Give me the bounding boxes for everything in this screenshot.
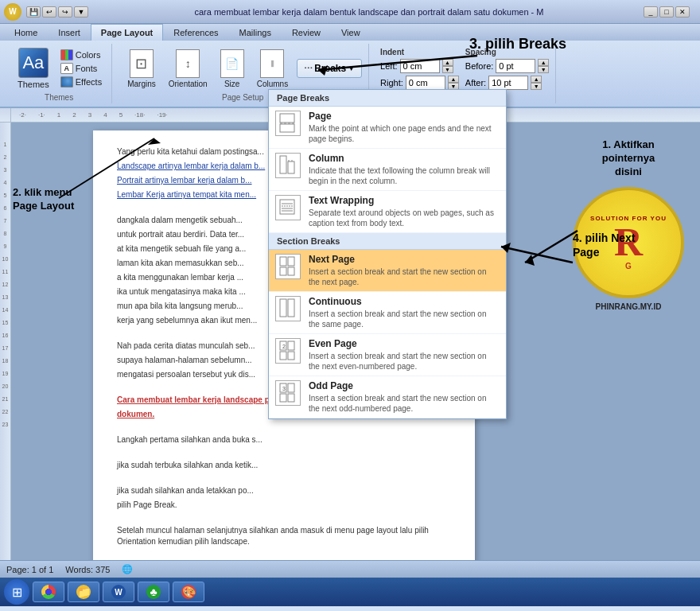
- close-btn[interactable]: ✕: [675, 6, 690, 18]
- themes-icon: Aa: [18, 48, 49, 78]
- spacing-before-spinner[interactable]: ▲ ▼: [538, 59, 549, 73]
- right-panel: 1. Aktifkanpointernyadisini SOLUTION FOR…: [557, 123, 700, 560]
- columns-label: Columns: [257, 80, 288, 88]
- breaks-button[interactable]: ⋯ Breaks ▼: [297, 59, 362, 78]
- minimize-btn[interactable]: _: [644, 6, 658, 18]
- undo-btn[interactable]: ↩: [42, 6, 56, 18]
- spacing-after-up[interactable]: ▲: [531, 76, 542, 83]
- menu-item-column-text: Column Indicate that the text following …: [309, 153, 500, 186]
- themes-button[interactable]: Aa Themes: [13, 45, 54, 91]
- svg-rect-16: [288, 267, 294, 275]
- ruler-mark: 1: [57, 111, 60, 119]
- tab-view[interactable]: View: [331, 24, 371, 41]
- ruler-mark: 2: [72, 111, 76, 119]
- menu-item-continuous-desc: Insert a section break and start the new…: [309, 309, 500, 329]
- indent-right-up[interactable]: ▲: [448, 76, 459, 83]
- menu-item-odd-page[interactable]: 3 Odd Page Insert a section break and st…: [269, 376, 506, 418]
- effects-button[interactable]: Effects: [57, 76, 105, 88]
- indent-right-input[interactable]: [406, 76, 445, 90]
- svg-rect-2: [280, 114, 294, 123]
- doc-line-19: pilih Page Break.: [117, 500, 451, 511]
- indent-label: Indent: [380, 48, 459, 56]
- dropdown-btn[interactable]: ▼: [74, 6, 88, 18]
- tab-references[interactable]: References: [163, 24, 228, 41]
- fonts-button[interactable]: A Fonts: [57, 62, 105, 75]
- indent-left-down[interactable]: ▼: [442, 66, 453, 73]
- taskbar-word[interactable]: W: [103, 582, 134, 602]
- svg-rect-3: [280, 124, 294, 132]
- orientation-button[interactable]: ↕ Orientation: [165, 47, 212, 91]
- orientation-label: Orientation: [169, 80, 208, 88]
- word-count: Words: 375: [65, 565, 110, 574]
- orientation-icon: ↕: [176, 49, 200, 78]
- tab-page-layout[interactable]: Page Layout: [91, 24, 163, 41]
- tab-home[interactable]: Home: [4, 24, 48, 41]
- spacing-before-input[interactable]: [496, 59, 535, 73]
- doc-line-16: Langkah pertama silahkan anda buka s...: [117, 434, 451, 446]
- tab-review[interactable]: Review: [282, 24, 331, 41]
- menu-item-column[interactable]: Column Indicate that the text following …: [269, 149, 506, 191]
- menu-item-page-desc: Mark the point at which one page ends an…: [309, 123, 500, 144]
- menu-item-page[interactable]: Page Mark the point at which one page en…: [269, 107, 506, 149]
- fonts-label: Fonts: [76, 64, 98, 73]
- effects-icon: [60, 76, 73, 88]
- spacing-params: Spacing Before: ▲ ▼ After:: [465, 48, 549, 90]
- language-icon: 🌐: [122, 564, 133, 574]
- taskbar-clover[interactable]: ♣: [138, 582, 169, 602]
- menu-item-odd-page-title: Odd Page: [309, 380, 500, 391]
- taskbar-chrome[interactable]: [33, 582, 64, 602]
- menu-item-continuous[interactable]: Continuous Insert a section break and st…: [269, 292, 506, 334]
- menu-item-next-page[interactable]: Next Page Insert a section break and sta…: [269, 250, 506, 292]
- title-bar-controls[interactable]: 💾 ↩ ↪ ▼: [26, 6, 88, 18]
- app-icon: W: [4, 3, 21, 21]
- spacing-after-spinner[interactable]: ▲ ▼: [531, 76, 542, 90]
- spacing-after-label: After:: [465, 78, 486, 88]
- spacing-after-input[interactable]: [488, 76, 528, 90]
- menu-item-text-wrap[interactable]: Text Wrapping Separate text around objec…: [269, 191, 506, 233]
- svg-rect-26: [288, 383, 294, 392]
- ruler-vertical: 1 2 3 4 5 6 7 8 9 10 11 12 13 14 15 16 1…: [0, 123, 11, 560]
- taskbar-explorer[interactable]: 📁: [68, 582, 99, 602]
- start-button[interactable]: ⊞: [4, 579, 29, 605]
- indent-left-up[interactable]: ▲: [442, 59, 453, 66]
- window-title: cara membuat lembar kerja dalam bentuk l…: [95, 7, 644, 17]
- menu-item-page-text: Page Mark the point at which one page en…: [309, 111, 500, 144]
- menu-item-even-page-text: Even Page Insert a section break and sta…: [309, 338, 500, 372]
- section-breaks-title: Section Breaks: [269, 233, 506, 250]
- continuous-icon-svg: [277, 298, 299, 320]
- spacing-before-up[interactable]: ▲: [538, 59, 549, 66]
- menu-item-even-page[interactable]: 2 Even Page Insert a section break and s…: [269, 334, 506, 376]
- doc-line-17: jika sudah terbuka silahkan anda ketik..…: [117, 460, 451, 471]
- svg-rect-14: [288, 257, 294, 266]
- svg-rect-5: [280, 156, 286, 173]
- tab-mailings[interactable]: Mailings: [229, 24, 282, 41]
- size-button[interactable]: 📄 Size: [216, 47, 248, 91]
- redo-btn[interactable]: ↪: [58, 6, 72, 18]
- window-controls[interactable]: _ □ ✕: [644, 6, 690, 18]
- colors-button[interactable]: Colors: [57, 49, 105, 61]
- menu-item-column-desc: Indicate that the text following the col…: [309, 165, 500, 186]
- columns-button[interactable]: ⦀ Columns: [253, 47, 292, 91]
- spacing-before-down[interactable]: ▼: [538, 66, 549, 73]
- quick-save-btn[interactable]: 💾: [26, 6, 41, 18]
- menu-item-text-wrap-desc: Separate text around objects on web page…: [309, 208, 500, 228]
- breaks-label: Breaks: [314, 63, 346, 74]
- tab-insert[interactable]: Insert: [48, 24, 91, 41]
- annotation-step2: 2. klik menuPage Layout: [13, 186, 74, 213]
- clover-icon: ♣: [146, 585, 161, 599]
- page-breaks-section-title: Page Breaks: [269, 90, 506, 107]
- page-info: Page: 1 of 1: [6, 565, 53, 574]
- ruler-mark: ·1·: [38, 111, 45, 119]
- indent-left-spinner[interactable]: ▲ ▼: [442, 59, 453, 73]
- margins-button[interactable]: ⊡ Margins: [123, 47, 160, 91]
- svg-rect-28: [288, 394, 294, 402]
- themes-group-content: Aa Themes Colors A Fonts Effects: [13, 45, 105, 91]
- spacing-after-down[interactable]: ▼: [531, 83, 542, 90]
- maximize-btn[interactable]: □: [659, 6, 674, 18]
- taskbar-paint[interactable]: 🎨: [173, 582, 204, 602]
- indent-spacing: Indent Left: ▲ ▼ Right:: [380, 48, 549, 90]
- title-bar: W 💾 ↩ ↪ ▼ cara membuat lembar kerja dala…: [0, 0, 700, 24]
- indent-right-spinner[interactable]: ▲ ▼: [448, 76, 459, 90]
- page-setup-buttons: ⊡ Margins ↕ Orientation 📄 Size ⦀ Columns: [123, 47, 362, 91]
- indent-left-input[interactable]: [400, 59, 440, 73]
